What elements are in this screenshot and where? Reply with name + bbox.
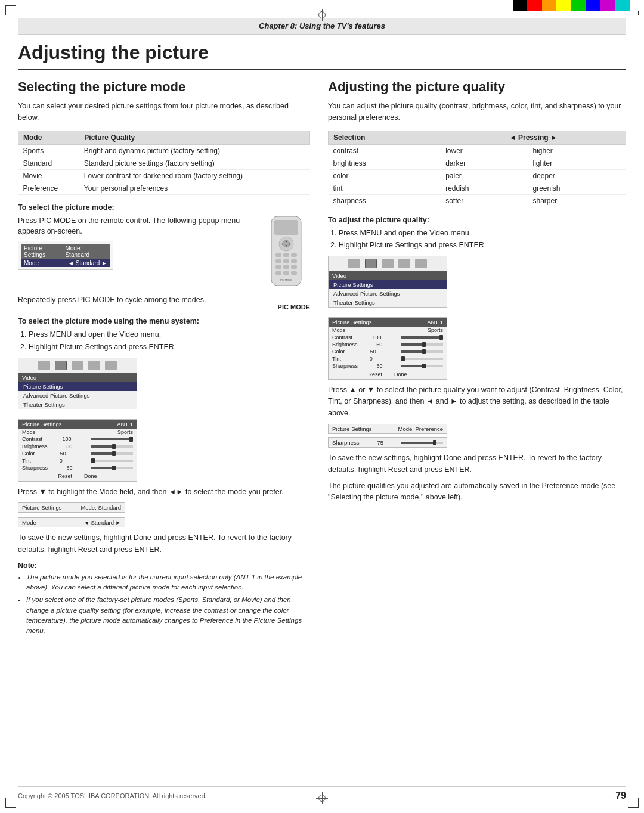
corner-mark-br xyxy=(628,798,639,808)
popup-mode-value: ◄ Standard ► xyxy=(68,260,107,266)
pic-settings-screen-left: Picture Settings ANT 1 Mode Sports Contr… xyxy=(18,419,137,482)
contrast-slider-right xyxy=(401,336,443,339)
crosshair-circle-bottom xyxy=(318,795,326,802)
chapter-header-text: Chapter 8: Using the TV's features xyxy=(259,21,385,30)
pressing-table: Selection ◄ Pressing ► contrastlowerhigh… xyxy=(328,131,626,207)
svg-rect-19 xyxy=(291,271,297,275)
sharpness-pref-slider xyxy=(401,442,443,444)
mode-field-value: ◄ Standard ► xyxy=(83,519,121,526)
contrast-label-right: Contrast xyxy=(332,334,352,340)
brightness-thumb-left xyxy=(112,444,116,449)
contrast-slider-left xyxy=(91,438,133,440)
brightness-label-right: Brightness xyxy=(332,342,358,347)
left-section-title: Selecting the picture mode xyxy=(18,79,310,95)
color-slider-right xyxy=(401,350,443,353)
svg-rect-10 xyxy=(291,253,297,257)
table-row: StandardStandard picture settings (facto… xyxy=(18,157,310,169)
tint-slider-left xyxy=(91,460,133,462)
svg-text:►: ► xyxy=(289,242,292,246)
contrast-thumb-right xyxy=(439,335,443,340)
contrast-val-left: 100 xyxy=(62,436,71,442)
sharpness-field-label: Sharpness xyxy=(332,439,359,446)
color-row-left: Color 50 xyxy=(18,450,137,457)
svg-text:▼: ▼ xyxy=(285,244,288,247)
step4-right: To save the new settings, highlight Done… xyxy=(328,452,626,476)
svg-rect-16 xyxy=(291,265,297,269)
menu-item-theater-right: Theater Settings xyxy=(329,298,447,307)
menu-screens-left: Video Picture Settings Advanced Picture … xyxy=(18,358,310,414)
color-seg-2 xyxy=(527,0,541,11)
menu-icon-1 xyxy=(38,361,50,370)
svg-rect-11 xyxy=(275,259,281,263)
contrast-row-left: Contrast 100 xyxy=(18,436,137,443)
remote-control-image: ▲ ▼ ◄ ► xyxy=(262,215,310,288)
tint-val-left: 0 xyxy=(60,458,63,464)
svg-text:PIC MODE: PIC MODE xyxy=(280,278,292,281)
mode-col-header: Mode xyxy=(18,131,79,144)
popup-row-mode: Mode ◄ Standard ► xyxy=(21,259,110,267)
pic-settings-screen-right: Picture Settings ANT 1 Mode Sports Contr… xyxy=(328,317,447,380)
left-column: Selecting the picture mode You can selec… xyxy=(18,79,310,638)
pic-mode-label-right: Mode xyxy=(332,327,346,333)
mode-field-label: Mode xyxy=(22,519,36,526)
done-btn-left: Done xyxy=(84,473,97,479)
video-menu-screen-right: Video Picture Settings Advanced Picture … xyxy=(328,256,447,308)
pic-settings-ant-right: ANT 1 xyxy=(427,319,443,325)
sharpness-row-left: Sharpness 50 xyxy=(18,464,137,471)
table-row: tintreddishgreenish xyxy=(329,182,626,194)
mode-table: Mode Picture Quality SportsBright and dy… xyxy=(18,131,310,195)
menu-icon-5 xyxy=(105,361,117,370)
table-row: brightnessdarkerlighter xyxy=(329,157,626,169)
menu-item-advanced-left: Advanced Picture Settings xyxy=(18,391,137,400)
color-seg-9 xyxy=(630,0,644,11)
color-val-right: 50 xyxy=(370,349,376,355)
pic-settings-footer-right: Reset Done xyxy=(329,370,447,379)
tint-label-right: Tint xyxy=(332,356,341,362)
menu-steps-list: Press MENU and open the Video menu. High… xyxy=(29,329,310,353)
svg-text:◄: ◄ xyxy=(281,242,284,246)
page-number: 79 xyxy=(615,790,626,801)
sharpness-bar-right-label: Mode: Preference xyxy=(398,426,443,432)
mode-bar-left-label: Picture Settings xyxy=(22,504,62,511)
step3-right: Press ▲ or ▼ to select the picture quali… xyxy=(328,384,626,419)
done-btn-right: Done xyxy=(394,371,407,377)
menu-icon-r4 xyxy=(398,259,410,268)
adjust-step-1: Press MENU and open the Video menu. xyxy=(339,228,626,239)
color-fill-left xyxy=(91,452,112,455)
final-text: The picture qualities you adjusted are a… xyxy=(328,480,626,504)
tint-val-right: 0 xyxy=(370,356,373,362)
note-section: Note: The picture mode you selected is f… xyxy=(18,561,310,637)
left-intro: You can select your desired picture sett… xyxy=(18,101,310,123)
sharpness-fill-left xyxy=(91,467,112,469)
popup-mode-label: Mode xyxy=(24,260,39,266)
svg-rect-17 xyxy=(275,271,281,275)
pic-mode-value-left: Sports xyxy=(117,429,133,435)
adjust-steps-list: Press MENU and open the Video menu. High… xyxy=(339,228,626,252)
menu-icons-left xyxy=(18,358,137,373)
pressing-col-header: ◄ Pressing ► xyxy=(441,131,626,144)
svg-rect-1 xyxy=(274,220,298,235)
sharpness-pref-thumb xyxy=(433,440,436,445)
menu-item-advanced-right: Advanced Picture Settings xyxy=(329,289,447,298)
menu-item-theater-left: Theater Settings xyxy=(18,400,137,409)
svg-rect-13 xyxy=(291,259,297,263)
reset-btn-left: Reset xyxy=(58,473,72,479)
menu-icon-3 xyxy=(72,361,83,370)
sharpness-row-right: Sharpness 50 xyxy=(329,362,447,370)
sharpness-slider-left xyxy=(91,467,133,469)
step1-text: Press PIC MODE on the remote control. Th… xyxy=(18,215,256,238)
sharpness-field-value: 75 xyxy=(377,439,383,446)
brightness-fill-left xyxy=(91,445,112,448)
sharpness-label-right: Sharpness xyxy=(332,363,358,369)
pic-mode-label: PIC MODE xyxy=(278,303,310,311)
video-menu-header-right: Video xyxy=(329,271,447,280)
mode-row-bar: Mode ◄ Standard ► xyxy=(18,517,125,527)
color-bar xyxy=(513,0,644,11)
svg-text:▲: ▲ xyxy=(285,239,288,243)
menu-screens-right: Video Picture Settings Advanced Picture … xyxy=(328,256,626,312)
main-content: Adjusting the picture Selecting the pict… xyxy=(18,35,626,638)
pic-mode-row: Repeatedly press PIC MODE to cycle among… xyxy=(18,294,310,312)
note-list: The picture mode you selected is for the… xyxy=(26,572,310,637)
menu-step-1: Press MENU and open the Video menu. xyxy=(29,329,310,340)
color-seg-6 xyxy=(586,0,600,11)
